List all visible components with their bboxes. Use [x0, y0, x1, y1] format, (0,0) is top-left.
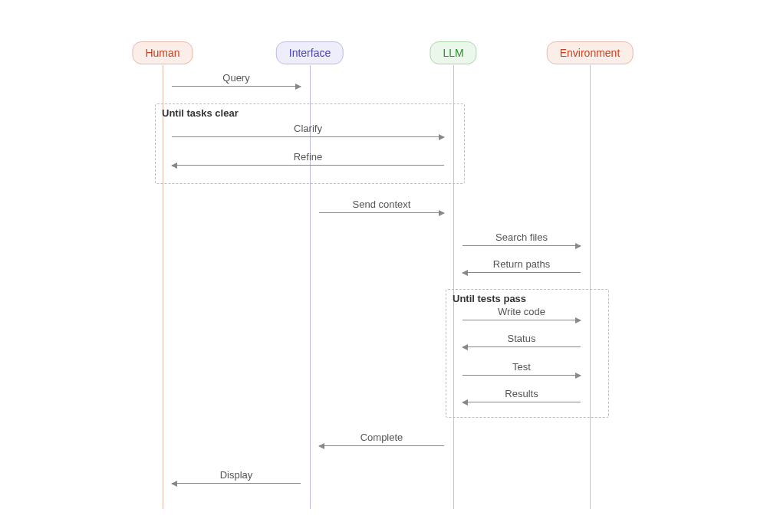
message-label-complete: Complete [360, 432, 403, 443]
arrow-test [463, 375, 581, 376]
arrow-send_context [319, 212, 444, 213]
arrow-refine [172, 165, 444, 166]
message-label-return_paths: Return paths [493, 258, 550, 270]
participant-environment: Environment [547, 41, 634, 64]
message-label-results: Results [505, 388, 538, 399]
loop-tasks-clear: Until tasks clear [155, 103, 465, 184]
participant-label: Human [145, 47, 179, 59]
arrow-write_code [463, 320, 581, 320]
arrow-return_paths [463, 272, 581, 273]
arrow-query [172, 86, 301, 87]
message-label-display: Display [220, 469, 253, 481]
message-label-refine: Refine [294, 151, 323, 163]
participant-interface: Interface [276, 41, 344, 64]
participant-label: Interface [289, 47, 331, 59]
message-label-test: Test [512, 361, 531, 373]
loop-label: Until tests pass [453, 293, 526, 304]
message-label-query: Query [222, 72, 249, 84]
arrow-status [463, 346, 581, 347]
arrow-clarify [172, 136, 444, 137]
arrow-search_files [463, 245, 581, 246]
message-label-clarify: Clarify [294, 123, 322, 134]
participant-label: Environment [560, 47, 621, 59]
message-label-send_context: Send context [353, 199, 411, 210]
message-label-search_files: Search files [495, 232, 548, 243]
lifeline-environment [590, 65, 591, 509]
message-label-write_code: Write code [498, 306, 545, 317]
message-label-status: Status [508, 333, 536, 344]
arrow-complete [319, 445, 444, 446]
arrow-results [463, 402, 581, 402]
loop-label: Until tasks clear [162, 107, 239, 119]
arrow-display [172, 483, 301, 484]
participant-label: LLM [443, 47, 463, 59]
participant-llm: LLM [430, 41, 476, 64]
participant-human: Human [132, 41, 193, 64]
